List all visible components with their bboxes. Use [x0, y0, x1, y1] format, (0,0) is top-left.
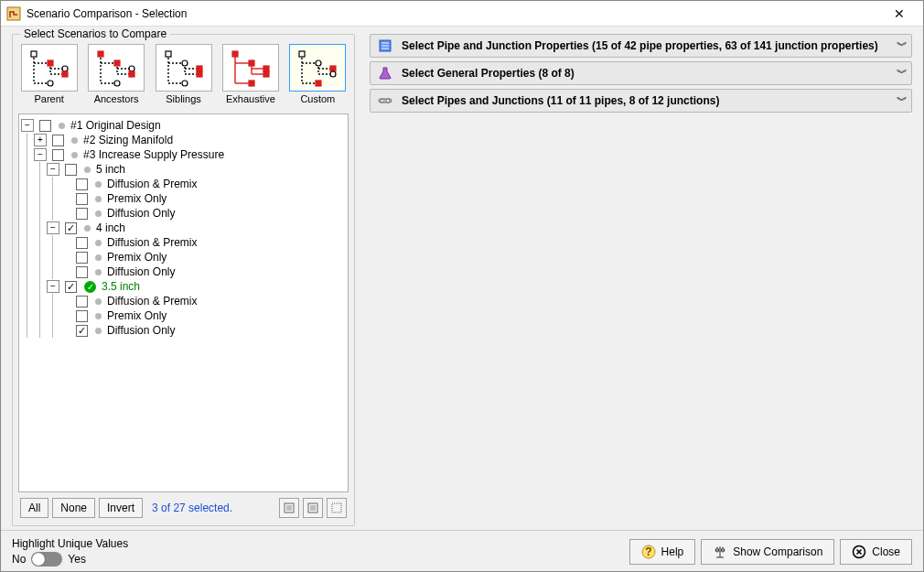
- tree-checkbox[interactable]: [76, 310, 88, 322]
- tree-checkbox[interactable]: [52, 135, 64, 146]
- tree-checkbox[interactable]: [39, 120, 51, 132]
- tree-checkbox[interactable]: [65, 281, 77, 293]
- svg-rect-13: [197, 66, 202, 71]
- tree-bullet-icon: [95, 254, 102, 261]
- svg-rect-2: [48, 60, 53, 66]
- help-icon: ?: [641, 545, 656, 559]
- mode-parent[interactable]: Parent: [18, 44, 80, 104]
- tree-bullet-icon: [95, 269, 102, 275]
- close-icon: [852, 545, 866, 559]
- tree-row[interactable]: Premix Only: [21, 308, 346, 323]
- select-invert-button[interactable]: Invert: [99, 498, 143, 518]
- window-close-button[interactable]: ✕: [881, 1, 918, 27]
- tree-row[interactable]: −✓3.5 inch: [21, 279, 346, 294]
- tree-row[interactable]: Premix Only: [21, 191, 346, 206]
- tree-row[interactable]: −5 inch: [21, 162, 346, 177]
- tree-checkbox[interactable]: [52, 149, 64, 161]
- svg-point-3: [62, 66, 68, 71]
- current-scenario-icon: ✓: [84, 281, 96, 293]
- panel-label: Select Pipe and Junction Properties (15 …: [402, 39, 897, 52]
- tree-expander[interactable]: −: [47, 221, 59, 234]
- tree-row[interactable]: Diffusion & Premix: [21, 294, 346, 308]
- scenario-select-group: Select Scenarios to Compare ParentAncest…: [12, 34, 355, 526]
- help-button[interactable]: ? Help: [629, 539, 696, 565]
- tree-checkbox[interactable]: [76, 252, 88, 264]
- expand-all-button[interactable]: [279, 498, 299, 518]
- chevron-down-icon: ︾: [897, 38, 904, 54]
- mode-exhaustive-icon: [222, 44, 279, 92]
- mode-custom[interactable]: Custom: [287, 44, 349, 104]
- svg-point-24: [330, 71, 336, 77]
- mode-label: Parent: [34, 93, 63, 104]
- chevron-down-icon: ︾: [897, 93, 904, 109]
- mode-label: Exhaustive: [226, 93, 275, 104]
- collapse-all-button[interactable]: [303, 498, 323, 518]
- svg-rect-1: [31, 51, 37, 57]
- svg-rect-17: [249, 60, 254, 66]
- tree-checkbox[interactable]: [65, 222, 77, 234]
- tree-expander[interactable]: −: [47, 280, 59, 293]
- scenario-tree[interactable]: −#1 Original Design+#2 Sizing Manifold−#…: [18, 113, 349, 492]
- tree-checkbox[interactable]: [76, 193, 88, 205]
- tree-expander[interactable]: −: [21, 119, 34, 132]
- tree-row[interactable]: Diffusion & Premix: [21, 235, 346, 250]
- title-bar: Scenario Comparison - Selection ✕: [1, 1, 923, 27]
- tree-row[interactable]: Diffusion & Premix: [21, 177, 346, 191]
- groupbox-legend: Select Scenarios to Compare: [20, 27, 170, 40]
- tree-row[interactable]: Diffusion Only: [21, 264, 346, 279]
- tree-row[interactable]: Diffusion Only: [21, 206, 346, 221]
- panel-props[interactable]: Select Pipe and Junction Properties (15 …: [370, 34, 912, 58]
- mode-custom-icon: [289, 44, 346, 92]
- tree-row[interactable]: Premix Only: [21, 250, 346, 264]
- tree-bullet-icon: [84, 167, 91, 173]
- tree-row[interactable]: −#3 Increase Supply Pressure: [21, 147, 346, 162]
- select-none-button[interactable]: None: [52, 498, 95, 518]
- tree-bullet-icon: [71, 152, 78, 158]
- svg-point-22: [316, 60, 321, 66]
- chevron-down-icon: ︾: [897, 66, 904, 81]
- tree-row[interactable]: −4 inch: [21, 221, 346, 235]
- svg-rect-9: [129, 71, 134, 77]
- highlight-toggle[interactable]: [31, 552, 62, 567]
- panel-flask[interactable]: Select General Properties (8 of 8)︾: [370, 61, 912, 85]
- tree-label: 3.5 inch: [100, 280, 140, 293]
- svg-point-31: [381, 99, 384, 103]
- flask-icon: [378, 66, 392, 81]
- mode-siblings[interactable]: Siblings: [153, 44, 214, 104]
- mode-label: Ancestors: [94, 93, 139, 104]
- mode-siblings-icon: [156, 44, 212, 92]
- tree-checkbox[interactable]: [76, 325, 88, 337]
- mode-exhaustive[interactable]: Exhaustive: [220, 44, 281, 104]
- tree-row[interactable]: −#1 Original Design: [21, 118, 346, 133]
- tree-bullet-icon: [95, 196, 102, 202]
- dialog-footer: Highlight Unique Values No Yes ? Help Sh…: [1, 530, 923, 572]
- tree-checkbox[interactable]: [76, 237, 88, 249]
- tree-expander[interactable]: −: [34, 148, 47, 161]
- tree-checkbox[interactable]: [76, 208, 88, 220]
- tree-row[interactable]: Diffusion Only: [21, 323, 346, 338]
- tree-bullet-icon: [59, 123, 65, 129]
- tree-checkbox[interactable]: [65, 164, 77, 176]
- tree-expander[interactable]: −: [47, 163, 59, 176]
- tree-label: 5 inch: [94, 163, 125, 176]
- tree-bullet-icon: [71, 137, 78, 144]
- scales-icon: [713, 545, 727, 559]
- pipes-icon: [378, 93, 392, 108]
- tree-row[interactable]: +#2 Sizing Manifold: [21, 133, 346, 147]
- tree-checkbox[interactable]: [76, 266, 88, 278]
- tree-label: Diffusion & Premix: [105, 178, 197, 190]
- tree-expander[interactable]: +: [34, 134, 47, 146]
- tree-checkbox[interactable]: [76, 178, 88, 190]
- show-comparison-button[interactable]: Show Comparison: [701, 539, 834, 565]
- mode-ancestors[interactable]: Ancestors: [85, 44, 146, 104]
- mode-label: Custom: [300, 93, 335, 104]
- tree-options-button[interactable]: [327, 498, 347, 518]
- svg-text:?: ?: [645, 545, 651, 558]
- tree-label: #2 Sizing Manifold: [81, 134, 173, 146]
- tree-label: Premix Only: [105, 309, 167, 322]
- tree-checkbox[interactable]: [76, 296, 88, 308]
- panel-pipes[interactable]: Select Pipes and Junctions (11 of 11 pip…: [370, 89, 912, 113]
- select-all-button[interactable]: All: [20, 498, 48, 518]
- tree-bullet-icon: [95, 298, 102, 305]
- close-button[interactable]: Close: [840, 539, 912, 565]
